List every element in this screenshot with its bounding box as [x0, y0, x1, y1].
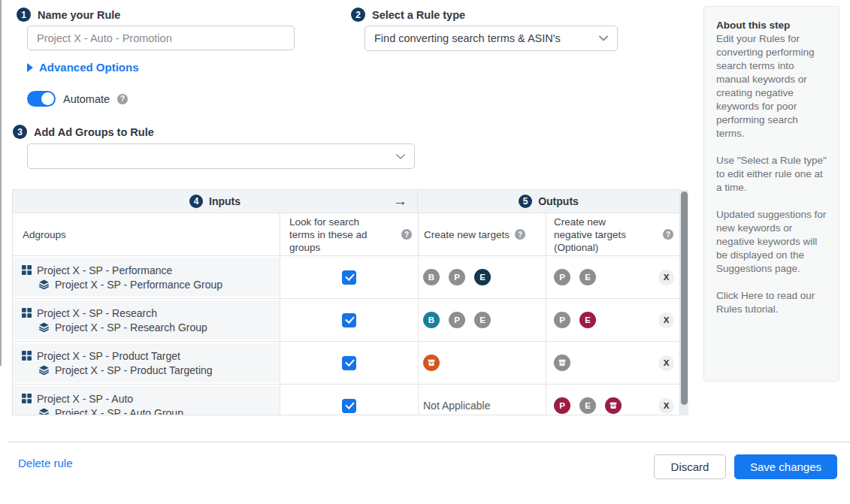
negative-badges: PE: [554, 397, 622, 414]
campaign-line: Project X - SP - Research: [22, 307, 157, 319]
table-row: Project X - SP - Performance Project X -…: [13, 255, 679, 298]
table-scrollbar[interactable]: [680, 190, 688, 415]
campaign-line: Project X - SP - Product Target: [22, 350, 180, 362]
toggle-knob: [41, 92, 54, 105]
badge-b-icon[interactable]: B: [423, 269, 440, 285]
advanced-options-label: Advanced Options: [39, 61, 139, 74]
badge-p-icon[interactable]: P: [449, 269, 465, 285]
adgroups-cell: Project X - SP - Performance Project X -…: [13, 256, 280, 298]
badge-e-icon[interactable]: E: [579, 269, 596, 285]
search-terms-checkbox[interactable]: [342, 313, 356, 327]
step2-number-icon: 2: [351, 8, 365, 22]
create-new-negative-targets-cell: PE X: [546, 299, 679, 341]
step1-number-icon: 1: [17, 8, 31, 22]
adgroups-cell: Project X - SP - Product Target Project …: [13, 342, 280, 384]
remove-row-button[interactable]: X: [658, 398, 674, 414]
create-negative-targets-help-icon[interactable]: ?: [663, 229, 673, 240]
save-changes-button[interactable]: Save changes: [734, 454, 837, 479]
page-left-scroll-edge: [0, 0, 2, 366]
adgroups-cell: Project X - SP - Research Project X - SP…: [13, 299, 280, 341]
advanced-options-link[interactable]: Advanced Options: [27, 61, 139, 74]
adgroup-name: Project X - SP - Auto Group: [55, 407, 183, 416]
step3-heading: 3 Add Ad Groups to Rule: [13, 125, 154, 139]
discard-button[interactable]: Discard: [654, 454, 726, 479]
create-new-targets-cell: [418, 342, 546, 384]
search-terms-checkbox[interactable]: [342, 399, 356, 413]
remove-row-button[interactable]: X: [658, 270, 674, 285]
col-header-create-new-negative-targets: Create new negative targets (Optional) ?: [546, 213, 679, 255]
adgroup-layers-icon: [38, 321, 50, 333]
adgroup-line: Project X - SP - Product Targeting: [22, 364, 213, 376]
step3-number-icon: 3: [13, 125, 27, 139]
add-ad-groups-select[interactable]: [27, 143, 415, 169]
step4-number-icon: 4: [189, 195, 203, 208]
outputs-section-header: 5 Outputs: [417, 190, 679, 213]
table-scrollbar-thumb[interactable]: [681, 192, 688, 405]
remove-row-button[interactable]: X: [658, 312, 674, 328]
delete-rule-link[interactable]: Delete rule: [18, 457, 73, 469]
campaign-line: Project X - SP - Performance: [22, 264, 172, 276]
automate-help-icon[interactable]: ?: [117, 94, 128, 104]
search-terms-checkbox[interactable]: [342, 270, 356, 285]
badge-e-icon[interactable]: E: [579, 312, 596, 328]
look-for-search-terms-cell: [280, 385, 418, 415]
adgroups-cell: Project X - SP - Auto Project X - SP - A…: [13, 385, 280, 415]
col-header-adgroups: Adgroups: [13, 213, 280, 255]
not-applicable-text: Not Applicable: [423, 400, 491, 412]
negative-badges: PE: [554, 312, 596, 328]
create-new-targets-cell: BPE: [418, 299, 546, 341]
campaign-name: Project X - SP - Auto: [37, 393, 133, 405]
rule-type-select[interactable]: Find converting search terms & ASIN's: [365, 26, 618, 51]
badge-p-icon[interactable]: P: [554, 397, 570, 414]
badge-e-icon[interactable]: E: [474, 312, 491, 328]
automate-label: Automate: [63, 93, 110, 105]
campaign-name: Project X - SP - Product Target: [37, 350, 180, 362]
negative-badges: PE: [554, 269, 596, 285]
step1-label: Name your Rule: [38, 9, 120, 21]
badge-b-icon[interactable]: B: [423, 312, 440, 328]
search-terms-checkbox[interactable]: [342, 356, 356, 370]
adgroup-layers-icon: [38, 407, 50, 415]
campaign-grid-icon: [22, 394, 32, 403]
campaign-name: Project X - SP - Research: [37, 307, 157, 319]
table-column-headers: Adgroups Look for search terms in these …: [13, 213, 679, 255]
table-body: Project X - SP - Performance Project X -…: [13, 255, 679, 415]
look-for-search-terms-cell: [280, 342, 418, 384]
badge-e-icon[interactable]: E: [474, 269, 491, 285]
rule-editor-page: 1 Name your Rule 2 Select a Rule type Fi…: [0, 0, 850, 504]
about-paragraph: Edit your Rules for converting performin…: [716, 32, 827, 140]
campaign-line: Project X - SP - Auto: [22, 393, 133, 405]
badge-p-icon[interactable]: P: [554, 312, 570, 328]
about-panel-title: About this step: [716, 19, 827, 32]
automate-toggle[interactable]: [27, 91, 56, 107]
inputs-section-header: 4 Inputs →: [13, 190, 417, 213]
remove-row-button[interactable]: X: [658, 355, 674, 371]
create-targets-help-icon[interactable]: ?: [515, 229, 525, 240]
step3-label: Add Ad Groups to Rule: [34, 126, 154, 138]
badge-p-icon[interactable]: P: [554, 269, 570, 285]
table-row: Project X - SP - Auto Project X - SP - A…: [13, 384, 679, 415]
package-icon: [609, 401, 618, 410]
about-paragraph: Use "Select a Rule type" to edit either …: [716, 154, 827, 195]
badge-package-icon[interactable]: [423, 355, 440, 371]
badge-p-icon[interactable]: P: [449, 312, 465, 328]
badge-e-icon[interactable]: E: [579, 397, 596, 414]
step1-heading: 1 Name your Rule: [17, 8, 120, 22]
chevron-down-icon: [599, 35, 608, 41]
step5-number-icon: 5: [519, 195, 532, 208]
adgroup-line: Project X - SP - Research Group: [22, 321, 207, 333]
badge-package-icon[interactable]: [554, 355, 570, 371]
rule-name-input[interactable]: [27, 26, 295, 50]
badge-package-icon[interactable]: [605, 397, 622, 414]
step2-heading: 2 Select a Rule type: [351, 8, 465, 22]
inputs-label: Inputs: [209, 195, 240, 207]
adgroup-name: Project X - SP - Research Group: [55, 321, 207, 333]
adgroup-name: Project X - SP - Product Targeting: [55, 364, 213, 376]
outputs-label: Outputs: [538, 195, 579, 207]
look-for-help-icon[interactable]: ?: [401, 229, 412, 240]
create-new-targets-cell: Not Applicable: [418, 385, 546, 415]
adgroup-layers-icon: [38, 364, 50, 376]
arrow-right-icon: →: [393, 193, 407, 210]
adgroup-name: Project X - SP - Performance Group: [55, 279, 222, 291]
negative-badges: [554, 355, 570, 371]
